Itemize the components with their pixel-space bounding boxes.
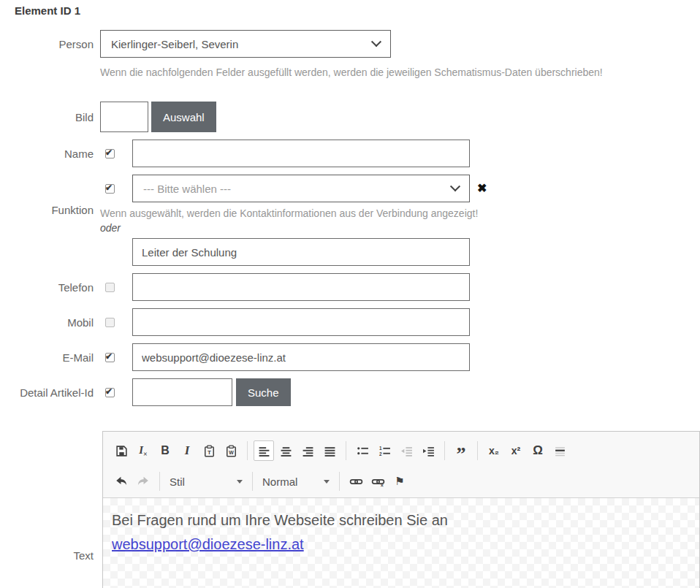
remove-format-button[interactable]: I×	[133, 440, 153, 461]
format-dropdown[interactable]: Normal	[259, 476, 332, 488]
name-input[interactable]	[132, 140, 470, 167]
name-label: Name	[15, 148, 94, 160]
format-dropdown-label: Normal	[262, 476, 297, 488]
spacer	[15, 80, 700, 102]
editor-toolbar-row2: Stil Normal	[103, 467, 699, 497]
toolbar-separator	[339, 472, 340, 491]
align-right-icon	[302, 445, 314, 457]
suche-button[interactable]: Suche	[236, 378, 291, 406]
clear-selection-icon[interactable]: ✖	[477, 183, 487, 194]
detail-artikel-checkbox-zone	[100, 388, 132, 397]
align-center-button[interactable]	[275, 440, 296, 461]
name-checkbox[interactable]	[105, 149, 115, 159]
horizontal-rule-button[interactable]	[549, 440, 570, 461]
form-page: Element ID 1 Person Kierlinger-Seiberl, …	[0, 0, 700, 588]
email-input[interactable]	[132, 343, 470, 371]
detail-artikel-row: Detail Artikel-Id Suche	[15, 378, 700, 406]
undo-button[interactable]	[111, 471, 132, 492]
toolbar-separator	[247, 441, 248, 460]
align-right-button[interactable]	[297, 440, 318, 461]
svg-text:×: ×	[380, 483, 383, 488]
increase-indent-button[interactable]	[418, 440, 438, 461]
funktion-select[interactable]: --- Bitte wählen ---	[132, 175, 470, 202]
rich-text-editor: I× B I T	[102, 431, 700, 588]
telefon-input[interactable]	[132, 273, 470, 301]
decrease-indent-button[interactable]	[396, 440, 416, 461]
svg-text:2: 2	[379, 451, 382, 456]
numbered-list-icon: 1 2	[378, 445, 391, 457]
blockquote-button[interactable]: ”	[451, 440, 471, 461]
paste-text-button[interactable]: T	[199, 440, 219, 461]
bild-row: Bild Auswahl	[15, 102, 700, 132]
redo-icon	[137, 475, 150, 488]
person-select[interactable]: Kierlinger-Seiberl, Severin	[100, 30, 391, 58]
page-title: Element ID 1	[15, 4, 700, 17]
bullet-list-button[interactable]	[352, 440, 373, 461]
toolbar-separator	[477, 441, 478, 460]
paste-text-icon: T	[203, 445, 216, 457]
detail-artikel-label: Detail Artikel-Id	[15, 386, 94, 399]
chevron-down-icon	[371, 37, 381, 47]
funktion-checkbox-zone	[100, 184, 132, 194]
editor-toolbar-row1: I× B I T	[103, 432, 699, 467]
funktion-select-row: --- Bitte wählen --- ✖	[100, 175, 487, 202]
telefon-checkbox[interactable]	[105, 283, 115, 292]
superscript-icon: x²	[511, 445, 520, 457]
subscript-icon: x₂	[489, 445, 499, 457]
paste-from-word-button[interactable]: W	[221, 440, 241, 461]
paste-from-word-icon: W	[225, 445, 237, 457]
telefon-label: Telefon	[15, 281, 94, 294]
telefon-checkbox-zone	[100, 283, 132, 292]
toolbar-separator	[159, 472, 160, 491]
mobil-checkbox-zone	[100, 318, 132, 327]
funktion-block: Funktion --- Bitte wählen --- ✖ Wenn aus…	[15, 175, 700, 266]
email-row: E-Mail	[15, 343, 700, 371]
bold-icon: B	[161, 444, 170, 457]
funktion-free-text-input[interactable]	[132, 238, 470, 266]
subscript-button[interactable]: x₂	[484, 440, 504, 461]
mobil-label: Mobil	[15, 316, 94, 329]
dropdown-arrow-icon	[237, 480, 243, 484]
toolbar-separator	[252, 472, 253, 491]
funktion-checkbox[interactable]	[105, 184, 115, 194]
mobil-checkbox[interactable]	[105, 318, 115, 327]
increase-indent-icon	[422, 445, 435, 457]
italic-icon: I	[185, 443, 190, 458]
email-label: E-Mail	[15, 351, 94, 364]
svg-text:T: T	[208, 449, 211, 456]
bild-input[interactable]	[100, 102, 148, 132]
styles-dropdown[interactable]: Stil	[167, 476, 246, 488]
mobil-input[interactable]	[132, 308, 470, 336]
mobil-row: Mobil	[15, 308, 700, 336]
numbered-list-button[interactable]: 1 2	[374, 440, 395, 461]
email-checkbox[interactable]	[105, 353, 115, 362]
bold-button[interactable]: B	[155, 440, 175, 461]
person-label: Person	[15, 38, 94, 50]
editor-content-area[interactable]: Bei Fragen rund um Ihre Webseite schreib…	[103, 497, 699, 588]
horizontal-rule-icon	[554, 445, 566, 457]
superscript-button[interactable]: x²	[506, 440, 526, 461]
unlink-button[interactable]: ×	[368, 471, 388, 492]
special-character-button[interactable]: Ω	[528, 440, 548, 461]
align-center-icon	[280, 445, 292, 457]
toolbar-separator	[444, 441, 445, 460]
link-button[interactable]	[346, 471, 366, 492]
funktion-label: Funktion	[15, 175, 94, 216]
editor-text-line: Bei Fragen rund um Ihre Webseite schreib…	[112, 508, 689, 532]
italic-button[interactable]: I	[177, 440, 197, 461]
funktion-or-text: oder	[100, 222, 487, 234]
save-button[interactable]	[111, 440, 132, 461]
justify-button[interactable]	[319, 440, 340, 461]
bild-auswahl-button[interactable]: Auswahl	[151, 102, 216, 132]
chevron-down-icon	[450, 181, 460, 191]
detail-artikel-checkbox[interactable]	[105, 388, 115, 397]
email-link[interactable]: websupport@dioezese-linz.at	[112, 536, 304, 552]
person-row: Person Kierlinger-Seiberl, Severin	[15, 30, 700, 58]
person-select-value: Kierlinger-Seiberl, Severin	[111, 38, 238, 50]
align-left-button[interactable]	[254, 440, 274, 461]
detail-artikel-input[interactable]	[132, 378, 232, 406]
person-help-text: Wenn die nachfolgenden Felder ausgefüllt…	[100, 66, 700, 80]
anchor-flag-button[interactable]: ⚑	[389, 471, 410, 492]
redo-button[interactable]	[133, 471, 153, 492]
undo-icon	[115, 475, 128, 488]
